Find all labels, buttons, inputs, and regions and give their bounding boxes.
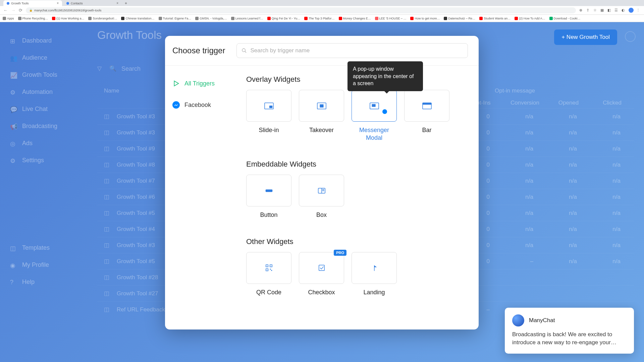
back-button[interactable]: ← <box>3 8 8 13</box>
search-field[interactable] <box>250 47 463 54</box>
bookmark-item[interactable]: Chinese translation… <box>121 17 154 20</box>
sidebar-item[interactable]: ⚙Settings <box>0 152 84 169</box>
bookmark-item[interactable]: Qing Fei De Yi - Yu… <box>267 17 300 20</box>
landing-icon <box>370 264 379 272</box>
bookmark-item[interactable]: The Top 3 Platfor… <box>304 17 334 20</box>
messenger-modal-icon <box>370 102 379 110</box>
share-icon[interactable]: ⇪ <box>586 8 591 12</box>
lock-icon: 🔒 <box>29 9 33 12</box>
subcol-opened: Opened <box>547 100 590 106</box>
bookmark-item[interactable]: How to get more… <box>410 17 440 20</box>
svg-rect-11 <box>265 189 272 192</box>
new-growth-tool-button[interactable]: + New Growth Tool <box>554 29 617 45</box>
choose-trigger-modal: Choose trigger All Triggers Facebook Ove… <box>165 36 479 329</box>
subcol-clicked: Clicked <box>590 100 634 106</box>
toolbar-actions: ⊕ ⇪ ☆ ▦ ◧ ☰ ◐ ⋮ <box>579 8 641 13</box>
search-icon <box>241 48 247 53</box>
trigger-search-input[interactable] <box>236 43 468 58</box>
sidebar-item-profile[interactable]: ◉My Profile <box>0 256 84 274</box>
svg-marker-2 <box>174 81 179 86</box>
bookmark-apps[interactable]: Apps <box>3 17 14 20</box>
zoom-icon[interactable]: ⊕ <box>579 8 584 12</box>
sidebar-item[interactable]: 📈Growth Tools <box>0 66 84 83</box>
settings-gear-icon[interactable] <box>625 31 636 42</box>
search-icon[interactable]: 🔍 <box>109 65 117 72</box>
svg-rect-17 <box>270 265 272 267</box>
sidebar-item[interactable]: ◎Ads <box>0 135 84 152</box>
bookmark-item[interactable]: Phone Recycling… <box>18 17 48 20</box>
widget-landing[interactable]: Landing <box>352 252 397 296</box>
widget-messenger-modal[interactable]: Messenger Modal <box>352 90 397 141</box>
widget-bar[interactable]: Bar <box>404 90 449 141</box>
bookmark-item[interactable]: Sonderangebot!… <box>88 17 117 20</box>
close-icon[interactable]: × <box>57 1 59 5</box>
browser-tab[interactable]: Contacts × <box>63 0 122 6</box>
bookmark-item[interactable]: GMSN. - Vologda,… <box>195 17 227 20</box>
search-label: Search <box>121 65 141 72</box>
svg-rect-4 <box>269 106 272 108</box>
bookmark-item[interactable]: (2) How To Add A… <box>515 17 545 20</box>
widget-tooltip: A pop-up window appearing in the center … <box>347 61 423 91</box>
toast-message: Broadcasting is back! We are excited to … <box>512 330 627 347</box>
widget-button[interactable]: Button <box>246 175 291 219</box>
toast-avatar <box>512 314 524 326</box>
bookmarks-bar: Apps Phone Recycling… (1) How Working a…… <box>0 15 644 22</box>
play-icon <box>172 80 180 87</box>
tab-title: Contacts <box>71 2 83 5</box>
sidebar-item-help[interactable]: ?Help <box>0 274 84 291</box>
sidebar-item[interactable]: 📢Broadcasting <box>0 118 84 135</box>
extension-icon[interactable]: ☰ <box>614 8 619 12</box>
widget-slide-in[interactable]: Slide-in <box>246 90 291 141</box>
sidebar-item[interactable]: ⊞Dashboard <box>0 32 84 49</box>
svg-marker-23 <box>374 265 377 267</box>
widget-qr-code[interactable]: QR Code <box>246 252 291 296</box>
reload-button[interactable]: ⟳ <box>19 8 22 13</box>
notification-toast[interactable]: ManyChat Broadcasting is back! We are ex… <box>505 308 634 354</box>
close-icon[interactable]: × <box>116 1 118 5</box>
sidebar-item-templates[interactable]: ◫Templates <box>0 239 84 256</box>
trigger-facebook[interactable]: Facebook <box>165 97 244 113</box>
new-tab-button[interactable]: + <box>125 1 127 6</box>
extension-icon[interactable]: ◧ <box>607 8 612 12</box>
takeover-icon <box>317 102 326 110</box>
widget-box[interactable]: Box <box>299 175 344 219</box>
section-embeddable-title: Embeddable Widgets <box>246 160 469 169</box>
bookmark-item[interactable]: Lessons Learned f… <box>231 17 263 20</box>
extension-icon[interactable]: ▦ <box>600 8 605 12</box>
tab-title: Growth Tools <box>11 2 29 5</box>
checkbox-icon <box>317 264 326 272</box>
browser-tab-active[interactable]: Growth Tools × <box>3 0 62 6</box>
bookmark-item[interactable]: LEE 'S HOUSE – … <box>375 17 407 20</box>
messenger-badge-icon <box>382 109 387 114</box>
bookmark-item[interactable]: Datenschutz – Re… <box>444 17 475 20</box>
subcol-conversion: Conversion <box>503 100 547 106</box>
svg-rect-20 <box>271 270 272 271</box>
address-bar[interactable]: 🔒 manychat.com/fb198150208192061​8/growt… <box>26 7 576 13</box>
svg-rect-19 <box>270 269 271 270</box>
sidebar-item[interactable]: ⚙Automation <box>0 83 84 101</box>
trigger-all[interactable]: All Triggers <box>165 76 244 91</box>
svg-rect-18 <box>266 269 268 271</box>
sidebar-item[interactable]: 💬Live Chat <box>0 101 84 118</box>
star-icon[interactable]: ☆ <box>593 8 598 12</box>
bookmark-item[interactable]: Student Wants an… <box>479 17 511 20</box>
widget-checkbox[interactable]: PRO Checkbox <box>299 252 344 296</box>
svg-rect-14 <box>322 189 324 190</box>
extension-icon[interactable]: ◐ <box>622 8 626 12</box>
tab-favicon <box>7 2 9 5</box>
bookmark-item[interactable]: Money Changes E… <box>339 17 371 20</box>
profile-avatar[interactable] <box>629 8 634 13</box>
bookmark-item[interactable]: Download - Cooki… <box>549 17 581 20</box>
bookmark-item[interactable]: Tutorial: Eigene Fa… <box>159 17 192 20</box>
toast-sender: ManyChat <box>529 317 555 324</box>
menu-icon[interactable]: ⋮ <box>636 8 641 12</box>
svg-rect-8 <box>372 104 375 107</box>
svg-rect-21 <box>319 265 324 271</box>
filter-icon[interactable]: ▽ <box>97 65 105 72</box>
sidebar-item[interactable]: 👥Audience <box>0 49 84 66</box>
bar-icon <box>422 102 432 110</box>
forward-button: → <box>11 8 15 13</box>
section-other-title: Other Widgets <box>246 237 469 246</box>
widget-takeover[interactable]: Takeover <box>299 90 344 141</box>
bookmark-item[interactable]: (1) How Working a… <box>52 17 84 20</box>
